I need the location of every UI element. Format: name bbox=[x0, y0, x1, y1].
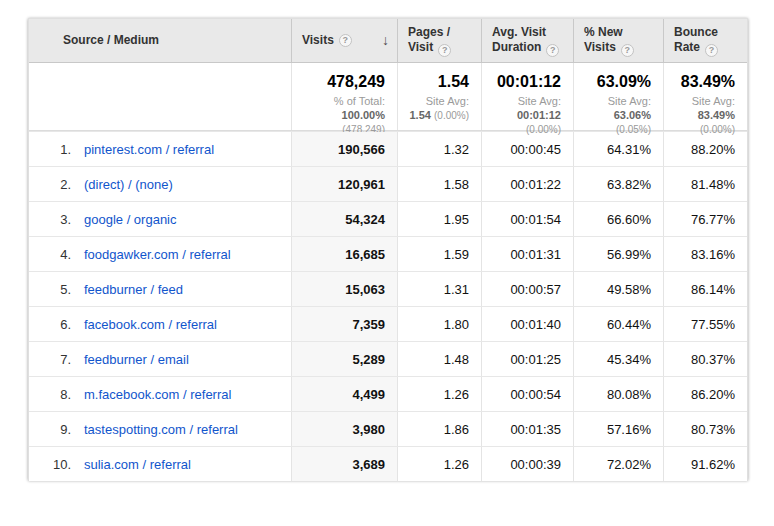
help-icon[interactable]: ? bbox=[705, 44, 718, 57]
summary-pages-subtext: Site Avg: 1.54 (0.00%) bbox=[402, 94, 469, 123]
avg-visit-duration-cell: 00:01:40 bbox=[481, 307, 573, 341]
visits-cell: 120,961 bbox=[291, 167, 397, 201]
visits-cell: 54,324 bbox=[291, 202, 397, 236]
visits-cell: 190,566 bbox=[291, 132, 397, 166]
bounce-rate-cell: 86.14% bbox=[663, 272, 747, 306]
bounce-rate-cell: 81.48% bbox=[663, 167, 747, 201]
row-rank: 7. bbox=[29, 352, 71, 367]
summary-duration-subtext: Site Avg: 00:01:12 (0.00%) bbox=[486, 94, 561, 137]
bounce-rate-cell: 77.55% bbox=[663, 307, 747, 341]
row-rank: 1. bbox=[29, 142, 71, 157]
column-header-label: Visits bbox=[302, 33, 334, 48]
source-medium-link[interactable]: feedburner / email bbox=[84, 352, 189, 367]
column-header-pct-new-visits[interactable]: % New Visits? bbox=[573, 19, 663, 62]
pages-per-visit-cell: 1.26 bbox=[397, 447, 481, 481]
column-header-label: % New Visits bbox=[584, 25, 623, 54]
avg-visit-duration-cell: 00:00:39 bbox=[481, 447, 573, 481]
pages-per-visit-cell: 1.80 bbox=[397, 307, 481, 341]
summary-row: 478,249 % of Total: 100.00% (478,249) 1.… bbox=[29, 63, 747, 131]
avg-visit-duration-cell: 00:01:54 bbox=[481, 202, 573, 236]
avg-visit-duration-cell: 00:00:54 bbox=[481, 377, 573, 411]
row-rank: 10. bbox=[29, 457, 71, 472]
source-medium-link[interactable]: facebook.com / referral bbox=[84, 317, 217, 332]
table-row: 10.sulia.com / referral 3,689 1.26 00:00… bbox=[29, 446, 747, 481]
table-header-row: Source / Medium Visits ? ↓ Pages / Visit… bbox=[29, 19, 747, 63]
pct-new-visits-cell: 64.31% bbox=[573, 132, 663, 166]
pct-new-visits-cell: 56.99% bbox=[573, 237, 663, 271]
row-rank: 3. bbox=[29, 212, 71, 227]
table-row: 1.pinterest.com / referral 190,566 1.32 … bbox=[29, 131, 747, 166]
column-header-source-medium[interactable]: Source / Medium bbox=[29, 19, 291, 62]
row-rank: 4. bbox=[29, 247, 71, 262]
source-medium-link[interactable]: foodgawker.com / referral bbox=[84, 247, 231, 262]
row-rank: 2. bbox=[29, 177, 71, 192]
help-icon[interactable]: ? bbox=[438, 44, 451, 57]
column-header-avg-visit-duration[interactable]: Avg. Visit Duration? bbox=[481, 19, 573, 62]
visits-cell: 15,063 bbox=[291, 272, 397, 306]
visits-cell: 3,980 bbox=[291, 412, 397, 446]
column-header-bounce-rate[interactable]: Bounce Rate? bbox=[663, 19, 747, 62]
row-rank: 8. bbox=[29, 387, 71, 402]
avg-visit-duration-cell: 00:00:57 bbox=[481, 272, 573, 306]
pages-per-visit-cell: 1.31 bbox=[397, 272, 481, 306]
summary-total-visits: 478,249 bbox=[296, 72, 385, 92]
source-medium-link[interactable]: m.facebook.com / referral bbox=[84, 387, 231, 402]
pages-per-visit-cell: 1.59 bbox=[397, 237, 481, 271]
summary-new-visits-subtext: Site Avg: 63.06% (0.05%) bbox=[578, 94, 651, 137]
pct-new-visits-cell: 63.82% bbox=[573, 167, 663, 201]
table-row: 9.tastespotting.com / referral 3,980 1.8… bbox=[29, 411, 747, 446]
pct-new-visits-cell: 57.16% bbox=[573, 412, 663, 446]
bounce-rate-cell: 88.20% bbox=[663, 132, 747, 166]
source-medium-link[interactable]: (direct) / (none) bbox=[84, 177, 173, 192]
visits-cell: 16,685 bbox=[291, 237, 397, 271]
pct-new-visits-cell: 60.44% bbox=[573, 307, 663, 341]
summary-bounce-rate: 83.49% Site Avg: 83.49% (0.00%) bbox=[663, 63, 747, 130]
bounce-rate-cell: 91.62% bbox=[663, 447, 747, 481]
pages-per-visit-cell: 1.95 bbox=[397, 202, 481, 236]
summary-visits: 478,249 % of Total: 100.00% (478,249) bbox=[291, 63, 397, 130]
screenshot-stage: Source / Medium Visits ? ↓ Pages / Visit… bbox=[0, 0, 774, 526]
pages-per-visit-cell: 1.48 bbox=[397, 342, 481, 376]
pct-new-visits-cell: 66.60% bbox=[573, 202, 663, 236]
visits-cell: 5,289 bbox=[291, 342, 397, 376]
row-rank: 6. bbox=[29, 317, 71, 332]
pct-new-visits-cell: 49.58% bbox=[573, 272, 663, 306]
summary-source-empty bbox=[29, 63, 291, 130]
avg-visit-duration-cell: 00:01:22 bbox=[481, 167, 573, 201]
pages-per-visit-cell: 1.26 bbox=[397, 377, 481, 411]
help-icon[interactable]: ? bbox=[546, 44, 559, 57]
pct-new-visits-cell: 45.34% bbox=[573, 342, 663, 376]
column-header-pages-per-visit[interactable]: Pages / Visit? bbox=[397, 19, 481, 62]
row-rank: 9. bbox=[29, 422, 71, 437]
avg-visit-duration-cell: 00:01:25 bbox=[481, 342, 573, 376]
bounce-rate-cell: 76.77% bbox=[663, 202, 747, 236]
avg-visit-duration-cell: 00:01:35 bbox=[481, 412, 573, 446]
summary-pct-new-visits: 63.09% Site Avg: 63.06% (0.05%) bbox=[573, 63, 663, 130]
help-icon[interactable]: ? bbox=[621, 44, 634, 57]
table-row: 8.m.facebook.com / referral 4,499 1.26 0… bbox=[29, 376, 747, 411]
visits-cell: 4,499 bbox=[291, 377, 397, 411]
bounce-rate-cell: 83.16% bbox=[663, 237, 747, 271]
source-medium-link[interactable]: feedburner / feed bbox=[84, 282, 183, 297]
bounce-rate-cell: 86.20% bbox=[663, 377, 747, 411]
summary-bounce-subtext: Site Avg: 83.49% (0.00%) bbox=[668, 94, 735, 137]
bounce-rate-cell: 80.73% bbox=[663, 412, 747, 446]
source-medium-link[interactable]: pinterest.com / referral bbox=[84, 142, 214, 157]
table-row: 7.feedburner / email 5,289 1.48 00:01:25… bbox=[29, 341, 747, 376]
summary-pages-per-visit: 1.54 Site Avg: 1.54 (0.00%) bbox=[397, 63, 481, 130]
help-icon[interactable]: ? bbox=[339, 34, 352, 47]
source-medium-link[interactable]: google / organic bbox=[84, 212, 177, 227]
pages-per-visit-cell: 1.58 bbox=[397, 167, 481, 201]
pct-new-visits-cell: 80.08% bbox=[573, 377, 663, 411]
pages-per-visit-cell: 1.32 bbox=[397, 132, 481, 166]
table-row: 2.(direct) / (none) 120,961 1.58 00:01:2… bbox=[29, 166, 747, 201]
table-row: 3.google / organic 54,324 1.95 00:01:54 … bbox=[29, 201, 747, 236]
column-header-visits[interactable]: Visits ? ↓ bbox=[291, 19, 397, 62]
row-rank: 5. bbox=[29, 282, 71, 297]
source-medium-link[interactable]: tastespotting.com / referral bbox=[84, 422, 238, 437]
column-header-label: Source / Medium bbox=[63, 33, 159, 48]
summary-visits-subtext: % of Total: 100.00% (478,249) bbox=[296, 94, 385, 137]
source-medium-link[interactable]: sulia.com / referral bbox=[84, 457, 191, 472]
visits-cell: 3,689 bbox=[291, 447, 397, 481]
source-medium-report-table: Source / Medium Visits ? ↓ Pages / Visit… bbox=[28, 18, 748, 480]
